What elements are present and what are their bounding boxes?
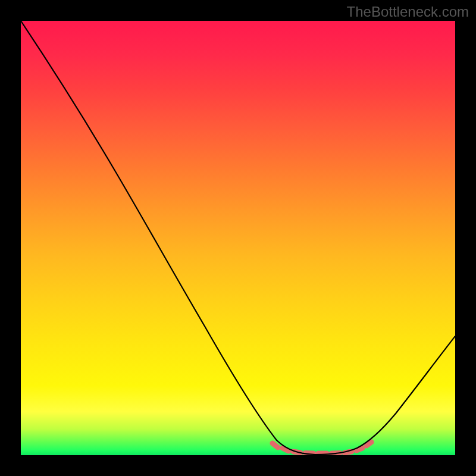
chart-container: TheBottleneck.com xyxy=(0,0,476,476)
watermark-label: TheBottleneck.com xyxy=(347,4,469,20)
plot-area xyxy=(21,21,455,455)
bottleneck-curve xyxy=(21,21,455,455)
